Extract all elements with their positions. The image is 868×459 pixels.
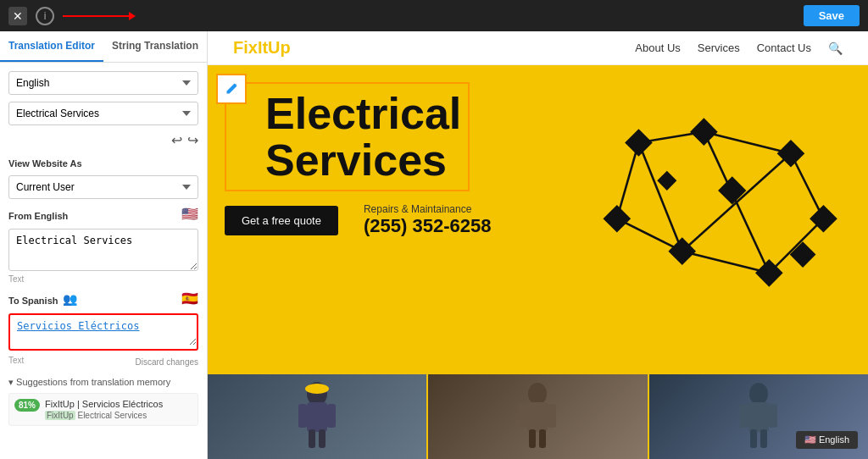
photo-inner-2 [428,374,647,459]
svg-rect-39 [539,429,546,448]
close-button[interactable]: ✕ [8,7,27,25]
english-flag: 🇺🇸 [181,206,198,222]
spanish-translation-textarea[interactable]: Servicios Eléctricos [10,315,197,346]
brand-fix: Fix [233,38,258,57]
from-english-type-label: Text [8,274,198,284]
tab-translation-editor[interactable]: Translation Editor [0,31,103,62]
language-dropdown[interactable]: English [8,71,198,95]
undo-redo-controls: ↩ ↪ [8,132,198,148]
spanish-flag: 🇪🇸 [181,290,198,307]
worker-silhouette-2 [512,379,563,455]
nav-about[interactable]: About Us [635,41,680,54]
hero-text-area: Electrical Services Get a free quote Rep… [208,65,564,374]
svg-rect-37 [548,404,556,428]
svg-rect-44 [750,429,757,448]
suggestions-header[interactable]: ▾ Suggestions from translation memory [8,377,198,388]
sidebar-content: English Electrical Services ↩ ↪ View Web… [0,63,207,434]
suggestion-title: FixItUp | Servicios Eléctricos [45,399,163,409]
hero-heading-box: Electrical Services [225,82,470,191]
svg-rect-28 [307,402,327,432]
svg-line-15 [704,132,791,154]
people-icon: 👥 [63,292,77,306]
worker-silhouette-3 [733,379,784,455]
suggestion-source: FixItUp Electrical Services [45,411,163,420]
photo-strip [208,374,868,459]
sidebar: Translation Editor String Translation En… [0,31,208,459]
svg-line-18 [682,252,770,274]
svg-rect-29 [298,404,307,428]
brand-itup: ItUp [258,38,291,57]
from-english-label: From English [8,211,68,221]
suggestion-item[interactable]: 81% FixItUp | Servicios Eléctricos FixIt… [8,393,198,426]
search-icon[interactable]: 🔍 [828,41,843,55]
view-as-dropdown[interactable]: Current User [8,175,198,199]
svg-rect-36 [519,404,527,428]
photo-worker-2 [428,374,647,459]
to-spanish-label: To Spanish [8,296,58,306]
pencil-icon [225,82,238,96]
svg-rect-35 [527,402,548,432]
save-button[interactable]: Save [804,5,860,26]
svg-line-16 [791,153,823,218]
to-spanish-header: To Spanish 👥 🇪🇸 [8,290,198,307]
svg-rect-32 [319,429,326,448]
svg-line-19 [617,218,682,251]
from-english-header: From English 🇺🇸 [8,206,198,222]
svg-rect-42 [740,404,748,428]
svg-line-20 [617,142,639,218]
suggestion-highlight: FixItUp [45,411,75,420]
nav-contact[interactable]: Contact Us [757,41,811,54]
svg-marker-25 [657,171,676,191]
hero-heading-line2: Services [265,137,461,184]
svg-rect-31 [309,429,315,448]
undo-button[interactable]: ↩ [171,132,182,148]
from-english-textarea[interactable]: Electrical Services [8,229,198,271]
info-button[interactable]: i [36,7,54,25]
edit-pencil-button[interactable] [216,74,247,104]
svg-marker-24 [718,176,746,204]
suggestion-content: FixItUp | Servicios Eléctricos FixItUp E… [45,399,163,420]
arrow-decoration [63,15,795,17]
arrow-line [63,15,131,17]
svg-line-21 [638,142,682,251]
svg-line-14 [638,132,704,143]
brand-logo: FixItUp [233,38,291,58]
tab-string-translation[interactable]: String Translation [103,31,207,62]
nav-services[interactable]: Services [698,41,740,54]
photo-inner-1 [208,374,426,459]
suggestion-source-text: Electrical Services [77,411,147,420]
svg-rect-43 [769,404,777,428]
translation-input-container: Servicios Eléctricos ← [8,313,198,351]
worker-silhouette-1 [292,379,342,455]
svg-rect-45 [760,429,767,448]
view-as-label: View Website As [8,158,198,169]
svg-point-34 [528,383,547,405]
svg-rect-30 [327,404,336,428]
hero-section: Electrical Services Get a free quote Rep… [208,65,868,459]
svg-point-40 [749,383,768,405]
website-nav: FixItUp About Us Services Contact Us 🔍 [208,31,868,65]
hero-heading-line1: Electrical [265,91,461,137]
hero-top: Electrical Services Get a free quote Rep… [208,65,868,374]
top-bar: ✕ i Save [0,0,868,31]
svg-line-17 [769,218,823,273]
svg-marker-26 [790,241,816,268]
hero-actions: Get a free quote Repairs & Maintainance … [225,203,547,237]
language-badge[interactable]: 🇺🇸 English [796,431,858,449]
website-preview: FixItUp About Us Services Contact Us 🔍 [208,31,868,459]
main-area: Translation Editor String Translation En… [0,31,868,459]
suggestions-section: ▾ Suggestions from translation memory 81… [8,377,198,426]
text-discard-row: Text Discard changes [8,357,198,367]
svg-point-33 [305,384,329,394]
suggestion-badge: 81% [14,399,40,412]
redo-button[interactable]: ↪ [187,132,198,148]
discard-changes-button[interactable]: Discard changes [136,357,198,367]
sidebar-tabs: Translation Editor String Translation [0,31,207,63]
page-dropdown[interactable]: Electrical Services [8,102,198,125]
quote-button[interactable]: Get a free quote [225,206,338,235]
svg-line-23 [682,153,791,251]
hero-graphic [564,65,868,374]
network-svg [564,65,868,374]
photo-worker-1 [208,374,426,459]
to-spanish-left: To Spanish 👥 [8,292,77,306]
